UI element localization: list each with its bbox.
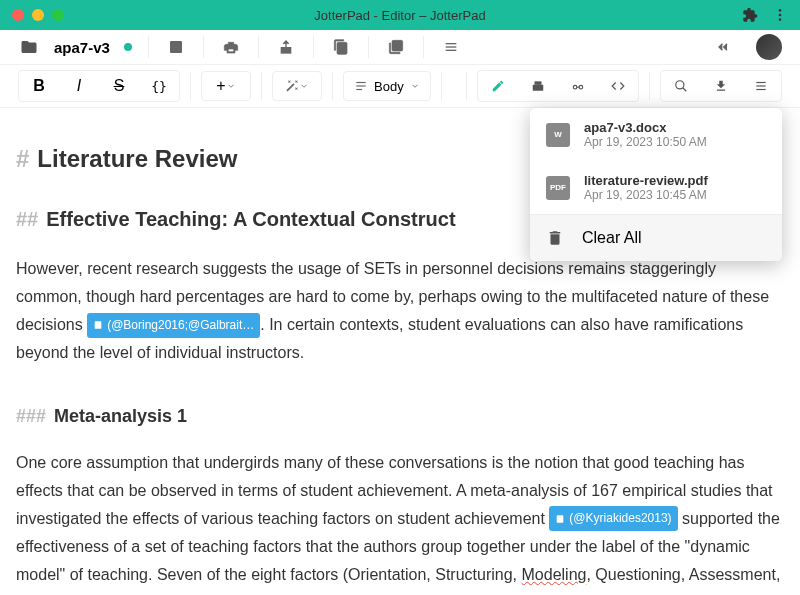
save-button[interactable]	[165, 36, 187, 58]
downloads-dropdown: W apa7-v3.docx Apr 19, 2023 10:50 AM PDF…	[530, 108, 782, 261]
code-icon	[610, 79, 626, 93]
code-block-button[interactable]: {}	[139, 71, 179, 101]
h3-title: Meta-analysis 1	[54, 401, 187, 433]
svg-point-2	[779, 18, 782, 21]
h3-mark: ###	[16, 401, 46, 433]
citation-chip[interactable]: (@Kyriakides2013)	[549, 506, 677, 531]
format-toolbar: B I S {} + Body	[0, 64, 800, 108]
search-icon	[674, 79, 688, 93]
svg-point-0	[779, 9, 782, 12]
svg-point-15	[676, 81, 684, 89]
pdf-badge-icon: PDF	[546, 176, 570, 200]
share-button[interactable]	[275, 36, 297, 58]
hamburger-button[interactable]	[741, 71, 781, 101]
print-button[interactable]	[220, 36, 242, 58]
user-avatar[interactable]	[756, 34, 782, 60]
chevron-down-icon	[410, 81, 420, 91]
document-title: apa7-v3	[54, 39, 110, 56]
paragraph-1: However, recent research suggests the us…	[16, 255, 784, 367]
typewriter-icon	[531, 79, 545, 93]
list-button[interactable]	[440, 36, 462, 58]
download-button[interactable]	[701, 71, 741, 101]
download-item[interactable]: W apa7-v3.docx Apr 19, 2023 10:50 AM	[530, 108, 782, 161]
citation-chip[interactable]: (@Boring2016;@Galbrait…	[87, 313, 260, 338]
wand-icon	[285, 79, 299, 93]
share-icon	[278, 39, 294, 55]
preview-button[interactable]	[558, 71, 598, 101]
folder-button[interactable]	[18, 36, 40, 58]
library-button[interactable]	[385, 36, 407, 58]
pencil-icon	[491, 79, 505, 93]
strikethrough-button[interactable]: S	[99, 71, 139, 101]
magic-button[interactable]	[272, 71, 322, 101]
paragraph-style-label: Body	[374, 79, 404, 94]
code-view-button[interactable]	[598, 71, 638, 101]
kebab-menu-icon[interactable]	[772, 7, 788, 23]
extension-icon[interactable]	[742, 7, 758, 23]
unsaved-indicator	[124, 43, 132, 51]
download-item-timestamp: Apr 19, 2023 10:50 AM	[584, 135, 707, 149]
edit-mode-button[interactable]	[478, 71, 518, 101]
svg-rect-21	[557, 515, 564, 523]
paragraph-style-dropdown[interactable]: Body	[343, 71, 431, 101]
titlebar: JotterPad - Editor – JotterPad	[0, 0, 800, 30]
italic-button[interactable]: I	[59, 71, 99, 101]
svg-rect-11	[533, 85, 544, 91]
typewriter-button[interactable]	[518, 71, 558, 101]
h2-title: Effective Teaching: A Contextual Constru…	[46, 202, 455, 237]
library-icon	[388, 39, 404, 55]
download-item-timestamp: Apr 19, 2023 10:45 AM	[584, 188, 708, 202]
clear-all-label: Clear All	[582, 229, 642, 247]
trash-icon	[546, 229, 564, 247]
svg-rect-20	[95, 321, 102, 329]
download-icon	[714, 79, 728, 93]
list-icon	[443, 39, 459, 55]
save-icon	[168, 39, 184, 55]
file-toolbar: apa7-v3	[0, 30, 800, 64]
window-controls	[12, 9, 64, 21]
svg-rect-12	[535, 81, 542, 85]
paragraph-2: One core assumption that undergirds many…	[16, 449, 784, 596]
svg-point-14	[579, 85, 583, 89]
docx-badge-icon: W	[546, 123, 570, 147]
close-window[interactable]	[12, 9, 24, 21]
bold-button[interactable]: B	[19, 71, 59, 101]
paragraph-icon	[354, 79, 368, 93]
svg-point-1	[779, 14, 782, 17]
chevron-down-icon	[299, 81, 309, 91]
glasses-icon	[570, 79, 586, 93]
svg-rect-4	[281, 48, 290, 53]
copy-button[interactable]	[330, 36, 352, 58]
download-item[interactable]: PDF literature-review.pdf Apr 19, 2023 1…	[530, 161, 782, 214]
download-item-title: apa7-v3.docx	[584, 120, 707, 135]
insert-button[interactable]: +	[201, 71, 251, 101]
maximize-window[interactable]	[52, 9, 64, 21]
collapse-button[interactable]	[712, 36, 734, 58]
minimize-window[interactable]	[32, 9, 44, 21]
search-button[interactable]	[661, 71, 701, 101]
h1-title: Literature Review	[37, 138, 237, 180]
window-title: JotterPad - Editor – JotterPad	[314, 8, 485, 23]
chevron-down-icon	[226, 81, 236, 91]
chevron-double-left-icon	[715, 39, 731, 55]
clear-all-button[interactable]: Clear All	[530, 215, 782, 261]
svg-point-13	[573, 85, 577, 89]
download-item-title: literature-review.pdf	[584, 173, 708, 188]
folder-icon	[20, 38, 38, 56]
h2-mark: ##	[16, 202, 38, 237]
svg-line-16	[683, 88, 687, 92]
h1-mark: #	[16, 138, 29, 180]
print-icon	[223, 39, 239, 55]
copy-icon	[333, 39, 349, 55]
hamburger-icon	[754, 79, 768, 93]
spelling-error: Modeling	[522, 566, 587, 583]
